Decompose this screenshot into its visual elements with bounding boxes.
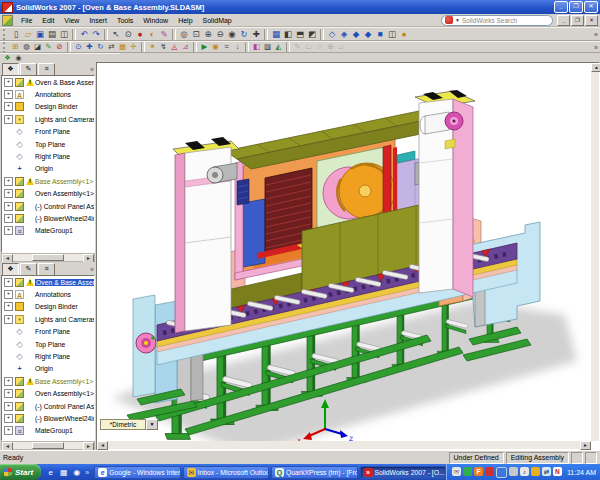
quicklaunch-show-desktop[interactable]: ▦ <box>58 467 69 478</box>
tree-expand-icon[interactable] <box>4 402 13 411</box>
simulation-play-icon[interactable]: ❖ <box>2 54 13 63</box>
front-view-icon[interactable]: ◧ <box>282 28 294 40</box>
minimize-button[interactable]: _ <box>554 1 568 13</box>
doc-close-button[interactable]: ✕ <box>585 15 598 26</box>
sketch-icon[interactable]: ✎ <box>158 28 170 40</box>
tray-red-app-icon[interactable] <box>485 467 494 476</box>
toolbar-overflow-icon[interactable]: » <box>594 31 598 38</box>
taskbar-task-outlook-inbox[interactable]: ✉ Inbox - Microsoft Outlook <box>183 466 269 479</box>
tray-blue-app-icon[interactable] <box>496 467 507 478</box>
view-orientation-combo[interactable]: *Dimetric ▼ <box>100 419 158 430</box>
tree-item-mategroup1[interactable]: MateGroup1 <box>2 225 94 237</box>
tree-item-lights-and-cameras[interactable]: Lights and Cameras <box>2 113 94 125</box>
tree-expand-icon[interactable] <box>4 90 13 99</box>
replace-components-icon[interactable]: ⇄ <box>106 42 117 52</box>
close-button[interactable]: ✕ <box>584 1 598 13</box>
hidden-lines-visible-icon[interactable]: ◈ <box>338 28 350 40</box>
tree-horizontal-scrollbar[interactable]: ◄ ► <box>1 253 95 262</box>
sep[interactable] <box>286 42 290 53</box>
tree-expand-icon[interactable] <box>4 414 13 423</box>
tree-expand-icon[interactable] <box>4 214 13 223</box>
note-icon[interactable]: ▭ <box>303 42 314 52</box>
tree-item-right-plane[interactable]: Right Plane <box>2 150 94 162</box>
featuremanager-tab[interactable]: ❖ <box>2 263 19 276</box>
tree-item-control-panel-assembly[interactable]: (-) Control Panel Assembly<1 <box>2 400 94 412</box>
sep[interactable] <box>320 29 324 40</box>
menu-edit[interactable]: Edit <box>37 16 59 25</box>
tree-item-top-plane[interactable]: Top Plane <box>2 338 94 350</box>
search-input[interactable] <box>462 17 549 24</box>
sep[interactable] <box>141 42 145 53</box>
search-dropdown-arrow-icon[interactable]: ▼ <box>455 17 460 23</box>
tree-item-oven-base-assembly[interactable]: Oven & Base Assembly (Defa <box>2 76 94 88</box>
view-orientation-value[interactable]: *Dimetric <box>100 419 146 430</box>
tree-item-control-panel-assembly[interactable]: (-) Control Panel Assembly<1 <box>2 200 94 212</box>
menu-insert[interactable]: Insert <box>84 16 112 25</box>
tree-item-front-plane[interactable]: Front Plane <box>2 326 94 338</box>
sep[interactable] <box>193 42 197 53</box>
tree-expand-icon[interactable] <box>4 377 13 386</box>
rebuild-icon[interactable]: ● <box>134 28 146 40</box>
tree-item-origin[interactable]: Origin <box>2 363 94 375</box>
menu-window[interactable]: Window <box>138 16 173 25</box>
tray-notes-icon[interactable]: N <box>553 467 562 476</box>
change-transparency-icon[interactable]: ◪ <box>32 42 43 52</box>
menu-help[interactable]: Help <box>173 16 197 25</box>
zoom-selection-icon[interactable]: ◉ <box>226 28 238 40</box>
balloon-icon[interactable]: ○ <box>314 42 325 52</box>
quick-launch-overflow-icon[interactable]: » <box>85 469 89 476</box>
tree-expand-icon[interactable] <box>4 278 13 287</box>
taskbar-task-solidworks[interactable]: » SolidWorks 2007 - [O... <box>360 466 446 479</box>
menu-view[interactable]: View <box>59 16 84 25</box>
tree-item-oven-assembly[interactable]: Oven Assembly<1> (Default <box>2 388 94 400</box>
select-icon[interactable]: ↖ <box>110 28 122 40</box>
exploded-view-icon[interactable]: ✶ <box>147 42 158 52</box>
viewport-horizontal-scrollbar[interactable]: ◄ ► <box>97 441 591 449</box>
sep[interactable] <box>67 42 71 53</box>
solidworks-search-box[interactable]: ▼ <box>441 15 553 26</box>
mate-icon[interactable]: ⊙ <box>73 42 84 52</box>
zoom-out-icon[interactable]: ⊖ <box>214 28 226 40</box>
menu-tools[interactable]: Tools <box>112 16 138 25</box>
top-view-icon[interactable]: ⬒ <box>294 28 306 40</box>
print-preview-icon[interactable]: ◫ <box>58 28 70 40</box>
standard-views-icon[interactable]: ▦ <box>270 28 282 40</box>
shaded-icon[interactable]: ■ <box>374 28 386 40</box>
pan-icon[interactable]: ✚ <box>250 28 262 40</box>
annotation-icon[interactable]: ✎ <box>292 42 303 52</box>
tree-item-origin[interactable]: Origin <box>2 163 94 175</box>
gravity-icon[interactable]: ↓ <box>232 42 243 52</box>
tray-mail-icon[interactable]: ✉ <box>452 467 461 476</box>
toolbar-overflow-icon[interactable]: » <box>594 44 598 51</box>
tree-expand-icon[interactable] <box>4 102 13 111</box>
component-pattern-icon[interactable]: ▦ <box>117 42 128 52</box>
tree-item-lights-and-cameras[interactable]: Lights and Cameras <box>2 313 94 325</box>
tree-item-blowerwheel24in[interactable]: (-) BlowerWheel24in<1> <box>2 412 94 424</box>
menu-file[interactable]: File <box>16 16 37 25</box>
shadows-icon[interactable]: ● <box>398 28 410 40</box>
print-icon[interactable]: ▤ <box>46 28 58 40</box>
tree-item-top-plane[interactable]: Top Plane <box>2 138 94 150</box>
tree-expand-icon[interactable] <box>4 189 13 198</box>
toolbar-grip[interactable] <box>3 29 8 40</box>
isometric-view-icon[interactable]: ◩ <box>306 28 318 40</box>
zoom-in-icon[interactable]: ⊕ <box>202 28 214 40</box>
panel-collapse-icon[interactable]: » <box>90 266 94 273</box>
tray-orange-app-icon[interactable]: F <box>474 467 483 476</box>
status-quick-tips-icon[interactable] <box>585 452 597 464</box>
doc-restore-button[interactable]: ❐ <box>571 15 584 26</box>
tree-item-front-plane[interactable]: Front Plane <box>2 126 94 138</box>
tray-network-icon[interactable]: ⇄ <box>542 467 551 476</box>
toolbar-grip[interactable] <box>3 42 8 53</box>
edit-component-icon[interactable]: ✎ <box>43 42 54 52</box>
geometric-tolerance-icon[interactable]: ⊕ <box>325 42 336 52</box>
tree-item-base-assembly[interactable]: Base Assembly<1> (Defa <box>2 175 94 187</box>
edit-color-icon[interactable]: ◐ <box>146 28 158 40</box>
quicklaunch-media[interactable]: ◉ <box>71 467 82 478</box>
section-view-icon[interactable]: ◫ <box>386 28 398 40</box>
insert-component-icon[interactable]: ⊞ <box>10 42 21 52</box>
undo-icon[interactable]: ↶ <box>78 28 90 40</box>
save-icon[interactable]: ▣ <box>34 28 46 40</box>
tree-expand-icon[interactable] <box>4 290 13 299</box>
motor-icon[interactable]: ◉ <box>210 42 221 52</box>
